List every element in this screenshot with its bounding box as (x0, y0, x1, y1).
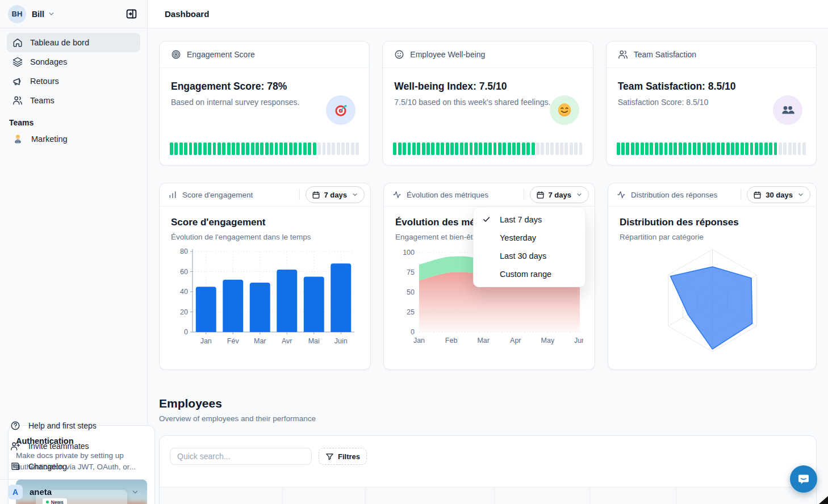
chart-card-engagement-score: Score d'engagement 7 days (159, 183, 371, 370)
svg-text:0: 0 (184, 328, 188, 336)
progress-ticks (617, 142, 806, 155)
column-header-position[interactable]: Position (366, 488, 495, 504)
chevron-down-icon (48, 10, 55, 18)
chart-subtitle: Répartition par catégorie (620, 233, 805, 241)
chevron-down-icon (352, 191, 358, 198)
svg-text:20: 20 (180, 308, 188, 316)
sidebar-item-help[interactable]: Help and first steps (7, 415, 140, 436)
employees-table-card: Filtres User Team Position (159, 435, 817, 504)
page-title: Dashboard (165, 9, 209, 19)
svg-text:80: 80 (180, 247, 188, 255)
chart-card-header-label: Évolution des métriques (407, 191, 488, 199)
sidebar-item-marketing[interactable]: Marketing (0, 129, 147, 149)
chart-card-header: Évolution des métriques 7 days (384, 183, 595, 207)
user-name[interactable]: Bill (32, 10, 44, 19)
svg-text:Jan: Jan (200, 337, 212, 345)
calendar-icon (312, 191, 320, 199)
sidebar-item-feedback[interactable]: Retours (7, 72, 140, 91)
footer-item-label: Invite teammates (28, 442, 89, 451)
stat-card-engagement: Engagement Score Engagement Score: 78% B… (159, 41, 370, 166)
layers-icon (12, 57, 23, 67)
search-input[interactable] (170, 448, 312, 465)
svg-text:25: 25 (407, 308, 415, 316)
column-header-performance[interactable]: Performance (590, 488, 676, 504)
table-header-row: User Team Position Participation (160, 487, 816, 504)
chart-card-responses-distribution: Distribution des réponses 30 days (608, 183, 817, 370)
svg-text:Jan: Jan (413, 337, 425, 345)
svg-text:Mar: Mar (477, 337, 490, 345)
menu-item-custom-range[interactable]: Custom range (474, 265, 585, 283)
sidebar-item-teams[interactable]: Teams (7, 91, 140, 110)
sidebar-item-invite[interactable]: Invite teammates (7, 436, 140, 456)
footer-item-label: Help and first steps (28, 421, 97, 430)
svg-text:Fév: Fév (227, 337, 240, 345)
footer-item-label: Changelog (28, 462, 67, 471)
technologist-emoji (12, 134, 23, 145)
range-label: 30 days (766, 191, 793, 199)
range-dropdown-menu: Last 7 days Yesterday Last 30 days Custo… (473, 207, 586, 287)
teams-section-label: Teams (0, 110, 147, 129)
range-selector-button[interactable]: 7 days (530, 186, 589, 203)
radar-chart (654, 242, 771, 359)
chevron-down-icon (797, 191, 804, 198)
sidebar-item-label: Teams (30, 96, 55, 105)
chat-launcher-button[interactable] (790, 465, 817, 493)
sidebar-item-label: Sondages (30, 57, 67, 66)
column-header-user[interactable]: User (160, 488, 283, 504)
column-header-participation[interactable]: Participation (495, 488, 590, 504)
divider (524, 189, 524, 200)
sidebar-item-surveys[interactable]: Sondages (7, 52, 140, 72)
column-header-team[interactable]: Team (283, 488, 366, 504)
chart-subtitle: Évolution de l'engagement dans le temps (171, 233, 359, 241)
collapse-sidebar-button[interactable] (122, 5, 140, 23)
sidebar-item-changelog[interactable]: Changelog (7, 456, 140, 477)
check-icon (482, 215, 491, 224)
sidebar-item-dashboard[interactable]: Tableau de bord (7, 33, 140, 52)
workspace-switcher[interactable]: A aneta (0, 479, 147, 504)
avatar[interactable]: BH (8, 5, 26, 23)
svg-text:Juin: Juin (334, 337, 348, 345)
funnel-icon (325, 452, 334, 461)
users-icon (12, 95, 23, 106)
filters-label: Filtres (338, 452, 360, 461)
top-bar: Dashboard (148, 0, 828, 28)
workspace-avatar: A (8, 485, 23, 499)
range-selector-button[interactable]: 7 days (306, 186, 365, 203)
stat-card-wellbeing: Employee Well-being Well-being Index: 7.… (382, 41, 593, 166)
svg-text:75: 75 (407, 268, 415, 276)
stat-card-header-label: Team Satisfaction (634, 50, 697, 59)
calendar-icon (753, 191, 762, 199)
help-circle-icon (10, 421, 20, 431)
menu-item-last-30-days[interactable]: Last 30 days (474, 247, 585, 265)
progress-ticks (170, 142, 359, 155)
menu-item-yesterday[interactable]: Yesterday (474, 229, 585, 247)
menu-item-last-7-days[interactable]: Last 7 days (474, 211, 585, 229)
sidebar-item-label: Retours (30, 77, 59, 86)
range-selector-button[interactable]: 30 days (747, 186, 810, 203)
megaphone-icon (12, 76, 23, 86)
sidebar-nav: Tableau de bord Sondages Retours Teams (0, 28, 147, 110)
newspaper-icon (10, 461, 20, 472)
chevron-down-icon (131, 488, 139, 496)
smile-icon (394, 49, 404, 60)
svg-text:Avr: Avr (282, 337, 292, 345)
progress-ticks (393, 142, 582, 155)
workspace-name: aneta (30, 487, 52, 497)
stat-card-header: Team Satisfaction (607, 41, 816, 68)
chart-card-header: Score d'engagement 7 days (160, 183, 370, 207)
activity-icon (617, 190, 626, 199)
chart-title: Score d'engagement (171, 217, 359, 228)
sidebar: BH Bill Tableau de bord Sondages (0, 0, 148, 504)
divider (741, 189, 741, 200)
target-icon (171, 49, 181, 60)
chart-card-header-label: Distribution des réponses (631, 191, 717, 199)
stat-card-header: Engagement Score (160, 41, 369, 68)
svg-text:May: May (541, 337, 555, 345)
filters-button[interactable]: Filtres (319, 448, 367, 465)
range-label: 7 days (324, 191, 347, 199)
svg-text:50: 50 (407, 288, 415, 296)
stat-card-header: Employee Well-being (383, 41, 592, 68)
mouse-cursor (817, 496, 828, 504)
bar-chart-icon (168, 190, 177, 199)
svg-text:Feb: Feb (445, 337, 458, 345)
